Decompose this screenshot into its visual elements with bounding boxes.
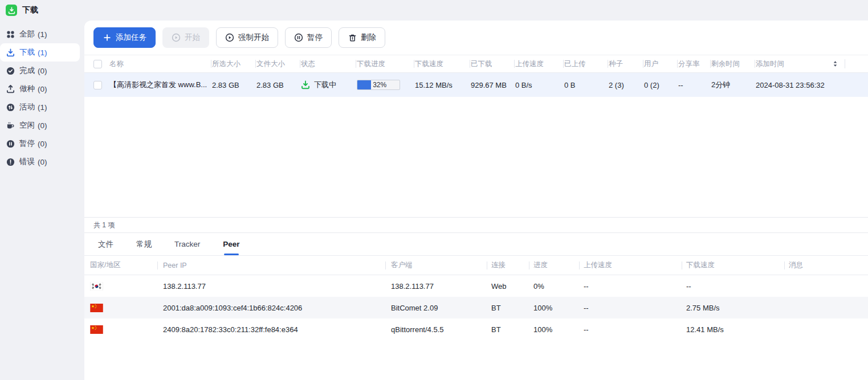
peer-progress: 100% [529, 318, 579, 340]
task-downloaded: 929.67 MB [470, 73, 514, 97]
pause-button[interactable]: 暂停 [285, 27, 332, 48]
add-task-button[interactable]: 添加任务 [93, 27, 156, 48]
task-seeds: 2 (3) [608, 73, 643, 97]
select-all-checkbox[interactable] [93, 60, 102, 68]
select-all-cell [84, 55, 109, 72]
peer-ip: 2001:da8:a009:1093:cef4:1b66:824c:4206 [157, 297, 385, 318]
column-header-progress[interactable]: 下载进度 [356, 55, 414, 72]
sidebar-item-seeding[interactable]: 做种 (0) [0, 80, 80, 98]
status-badge: 下载中 [314, 80, 336, 90]
pause-label: 暂停 [307, 32, 323, 43]
sidebar-item-downloading[interactable]: 下载 (1) [0, 43, 80, 62]
check-circle-icon [6, 66, 15, 75]
column-header-upload-speed[interactable]: 上传速度 [514, 55, 563, 72]
sidebar-item-count: (0) [38, 158, 47, 166]
peer-country-cell [84, 318, 157, 340]
sidebar: 全部 (1) 下载 (1) 完成 (0) 做种 (0) 活动 (1) 空闲 (0… [0, 21, 84, 380]
start-button[interactable]: 开始 [162, 27, 209, 48]
peer-row[interactable]: 2409:8a20:1782:33c0:211:32ff:fe84:e364 q… [84, 318, 868, 340]
delete-label: 删除 [361, 32, 376, 43]
column-header-downloaded[interactable]: 已下载 [470, 55, 514, 72]
column-header-status[interactable]: 状态 [300, 55, 356, 72]
peer-column-connection[interactable]: 连接 [487, 256, 529, 275]
column-header-added-time[interactable]: 添加时间 [755, 55, 830, 72]
peer-column-client[interactable]: 客户端 [385, 256, 487, 275]
peer-download-speed: -- [682, 275, 784, 297]
peer-column-message[interactable]: 消息 [784, 256, 868, 275]
sidebar-item-completed[interactable]: 完成 (0) [0, 62, 80, 80]
task-share-ratio: -- [677, 73, 710, 97]
flag-cn-icon [90, 304, 103, 312]
column-header-share-ratio[interactable]: 分享率 [677, 55, 710, 72]
tab-general[interactable]: 常规 [136, 233, 152, 255]
row-checkbox[interactable] [93, 81, 102, 89]
peer-ip: 2409:8a20:1782:33c0:211:32ff:fe84:e364 [157, 318, 385, 340]
peer-column-ip[interactable]: Peer IP [157, 256, 385, 275]
column-header-download-speed[interactable]: 下载速度 [414, 55, 470, 72]
column-header-users[interactable]: 用户 [643, 55, 677, 72]
header-end-divider [845, 59, 845, 68]
column-header-selected-size[interactable]: 所选大小 [211, 55, 255, 72]
task-upload-speed: 0 B/s [514, 73, 563, 97]
sort-icon[interactable] [831, 60, 839, 68]
peer-column-country[interactable]: 国家/地区 [84, 256, 157, 275]
peer-row[interactable]: 2001:da8:a009:1093:cef4:1b66:824c:4206 B… [84, 297, 868, 318]
peer-connection: BT [487, 318, 529, 340]
sidebar-item-all[interactable]: 全部 (1) [0, 25, 80, 43]
tab-files[interactable]: 文件 [98, 233, 113, 255]
sidebar-item-idle[interactable]: 空闲 (0) [0, 116, 80, 134]
column-header-time-remaining[interactable]: 剩余时间 [710, 55, 755, 72]
task-download-speed: 15.12 MB/s [414, 73, 470, 97]
page-title: 下载 [22, 5, 38, 15]
sidebar-item-error[interactable]: 错误 (0) [0, 153, 80, 171]
peer-column-upload-speed[interactable]: 上传速度 [579, 256, 682, 275]
sidebar-item-count: (0) [38, 85, 47, 93]
sidebar-item-label: 空闲 [19, 120, 35, 130]
progress-bar: 32% [357, 80, 400, 90]
force-start-label: 强制开始 [238, 32, 269, 43]
column-header-uploaded[interactable]: 已上传 [563, 55, 608, 72]
force-start-button[interactable]: 强制开始 [216, 27, 278, 48]
task-added-time: 2024-08-31 23:56:32 [755, 73, 830, 97]
sidebar-item-label: 全部 [19, 29, 35, 39]
play-circle-icon [225, 33, 234, 42]
sidebar-item-label: 暂停 [19, 138, 35, 149]
delete-button[interactable]: 删除 [339, 27, 385, 48]
toolbar: 添加任务 开始 强制开始 暂停 删除 [84, 21, 868, 55]
column-header-name[interactable]: 名称 [109, 55, 211, 72]
main-panel: 添加任务 开始 强制开始 暂停 删除 名称 所选大小 文件大小 状态 下载进度 … [84, 21, 868, 380]
sidebar-item-label: 错误 [19, 157, 35, 167]
peer-message [784, 275, 868, 297]
app-header: 下载 [0, 0, 868, 21]
peer-column-download-speed[interactable]: 下载速度 [682, 256, 784, 275]
peer-country-cell [84, 297, 157, 318]
sidebar-item-active[interactable]: 活动 (1) [0, 98, 80, 116]
column-header-file-size[interactable]: 文件大小 [255, 55, 300, 72]
start-label: 开始 [185, 32, 200, 43]
pause-circle-icon [294, 33, 303, 42]
peer-ip: 138.2.113.77 [157, 275, 385, 297]
sidebar-item-paused[interactable]: 暂停 (0) [0, 134, 80, 153]
task-list-empty-area [84, 97, 868, 217]
tab-peer[interactable]: Peer [223, 233, 239, 255]
task-selected-size: 2.83 GB [211, 73, 255, 97]
task-name[interactable]: 【高清影视之家首发 www.B... [109, 73, 211, 97]
peer-connection: Web [487, 275, 529, 297]
progress-percent: 32% [372, 81, 386, 89]
flag-cn-icon [90, 325, 103, 334]
sidebar-item-label: 活动 [19, 102, 35, 112]
task-row[interactable]: 【高清影视之家首发 www.B... 2.83 GB 2.83 GB 下载中 3… [84, 73, 868, 97]
peer-column-progress[interactable]: 进度 [529, 256, 579, 275]
tab-tracker[interactable]: Tracker [174, 233, 200, 255]
peer-row[interactable]: 138.2.113.77 138.2.113.77 Web 0% -- -- [84, 275, 868, 297]
peer-progress: 100% [529, 297, 579, 318]
peer-message [784, 297, 868, 318]
progress-bar-fill [357, 80, 371, 89]
downloading-status-icon [301, 80, 310, 89]
peer-list-empty-area [84, 340, 868, 380]
sidebar-item-count: (1) [38, 30, 47, 39]
column-header-seeds[interactable]: 种子 [608, 55, 643, 72]
detail-tabs: 文件 常规 Tracker Peer [84, 233, 868, 256]
task-status-cell: 下载中 [300, 73, 356, 97]
task-file-size: 2.83 GB [255, 73, 300, 97]
